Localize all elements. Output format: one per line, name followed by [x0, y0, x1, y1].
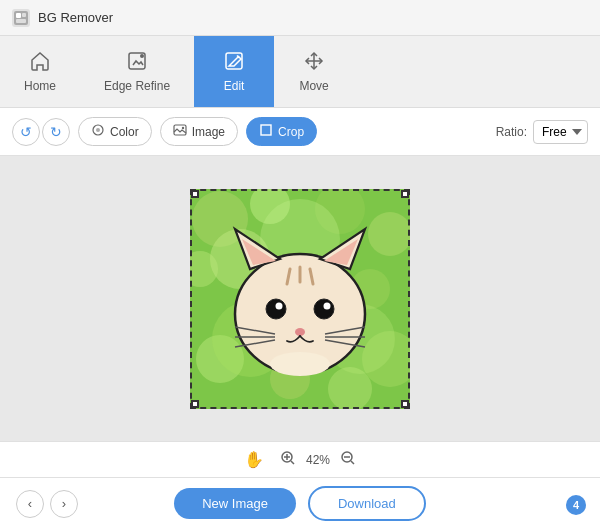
svg-point-6 [140, 54, 144, 58]
tab-move-label: Move [299, 79, 328, 93]
image-button[interactable]: Image [160, 117, 238, 146]
color-label: Color [110, 125, 139, 139]
tab-edge-refine[interactable]: Edge Refine [80, 36, 194, 107]
bottom-bar: ‹ › New Image Download 4 [0, 477, 600, 529]
color-button[interactable]: Color [78, 117, 152, 146]
image-icon [173, 123, 187, 140]
status-bar: ✋ 42% [0, 441, 600, 477]
app-icon [12, 9, 30, 27]
tab-home[interactable]: Home [0, 36, 80, 107]
svg-point-40 [295, 328, 305, 336]
move-icon [303, 50, 325, 75]
edge-refine-icon [126, 50, 148, 75]
cat-image [190, 189, 410, 409]
tab-move[interactable]: Move [274, 36, 354, 107]
prev-button[interactable]: ‹ [16, 490, 44, 518]
hand-icon[interactable]: ✋ [244, 450, 264, 469]
svg-rect-2 [16, 13, 21, 18]
zoom-out-icon[interactable] [340, 450, 356, 469]
svg-rect-12 [261, 125, 271, 135]
home-icon [29, 50, 51, 75]
app-title: BG Remover [38, 10, 113, 25]
crop-button[interactable]: Crop [246, 117, 317, 146]
tab-edit-label: Edit [224, 79, 245, 93]
svg-line-49 [291, 461, 294, 464]
svg-rect-3 [22, 13, 26, 17]
ratio-select[interactable]: Free 1:1 4:3 16:9 [533, 120, 588, 144]
image-container [190, 189, 410, 409]
zoom-in-icon[interactable] [280, 450, 296, 469]
zoom-controls: 42% [280, 450, 356, 469]
redo-button[interactable]: ↻ [42, 118, 70, 146]
undo-button[interactable]: ↺ [12, 118, 40, 146]
svg-rect-4 [16, 19, 26, 23]
svg-point-36 [266, 299, 286, 319]
svg-point-38 [276, 302, 283, 309]
title-bar: BG Remover [0, 0, 600, 36]
crop-label: Crop [278, 125, 304, 139]
svg-point-11 [181, 127, 183, 129]
canvas-area [0, 156, 600, 441]
download-button[interactable]: Download [308, 486, 426, 521]
image-label: Image [192, 125, 225, 139]
ratio-label: Ratio: [496, 125, 527, 139]
zoom-value: 42% [306, 453, 330, 467]
svg-point-47 [270, 352, 330, 376]
nav-tabs: Home Edge Refine Edit Move [0, 36, 600, 108]
undo-redo-group: ↺ ↻ [12, 118, 70, 146]
notification-badge: 4 [566, 495, 586, 515]
svg-point-37 [314, 299, 334, 319]
tab-edit[interactable]: Edit [194, 36, 274, 107]
svg-point-39 [324, 302, 331, 309]
svg-point-17 [368, 212, 410, 256]
ratio-group: Ratio: Free 1:1 4:3 16:9 [496, 120, 588, 144]
tab-edge-refine-label: Edge Refine [104, 79, 170, 93]
nav-arrows: ‹ › [16, 490, 78, 518]
next-button[interactable]: › [50, 490, 78, 518]
edit-icon [223, 50, 245, 75]
svg-line-53 [351, 461, 354, 464]
crop-icon [259, 123, 273, 140]
toolbar: ↺ ↻ Color Image Crop Ratio: [0, 108, 600, 156]
tab-home-label: Home [24, 79, 56, 93]
new-image-button[interactable]: New Image [174, 488, 296, 519]
color-icon [91, 123, 105, 140]
svg-point-9 [96, 128, 100, 132]
